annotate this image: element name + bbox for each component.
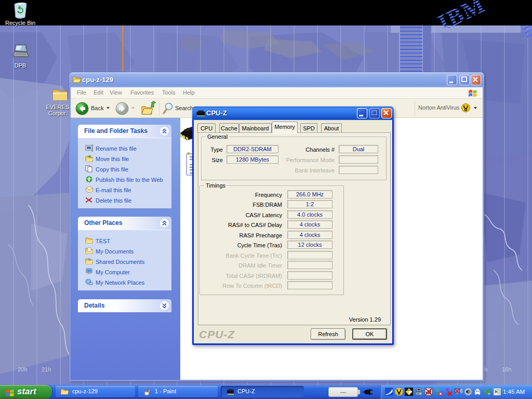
svg-text:IBM: IBM <box>434 0 489 28</box>
svg-text:21h: 21h <box>42 366 51 373</box>
svg-text:16h: 16h <box>502 366 511 373</box>
svg-text:20h: 20h <box>18 366 27 373</box>
